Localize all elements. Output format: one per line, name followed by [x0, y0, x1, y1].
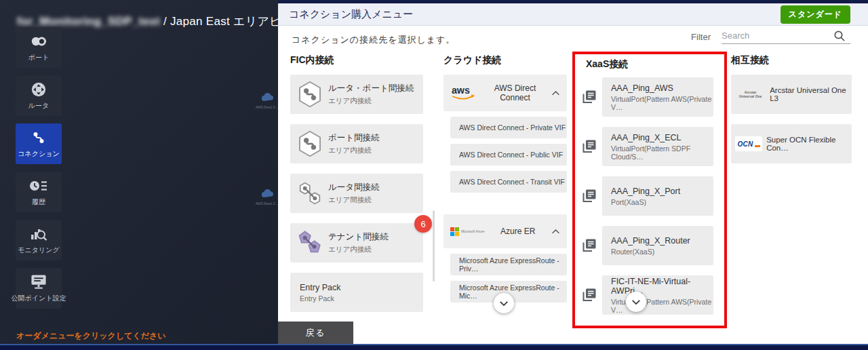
sidebar-item-connection[interactable]: コネクション	[16, 123, 62, 164]
card-title: ポート間接続	[328, 132, 380, 144]
order-menu-notice: オーダメニューをクリックしてください	[16, 330, 166, 342]
card-title: Arcstar Universal One L3	[770, 86, 852, 102]
chevron-up-icon[interactable]	[551, 90, 560, 96]
search-input[interactable]	[722, 31, 833, 41]
scroll-down-button-xaas[interactable]	[626, 292, 646, 312]
card-subtitle: Router(XaaS)	[611, 248, 713, 256]
menu-row-xaas[interactable]: FIC-IT-NE-Mi-Virtual-AWPri… VirtualPort(…	[580, 275, 724, 315]
ocn-logo: OCN	[735, 136, 762, 151]
menu-card-xaas[interactable]: AAA_Ping_AWS VirtualPort(Pattern AWS(Pri…	[602, 77, 713, 117]
group-header-azure-er[interactable]: Microsoft Azure Azure ER	[443, 214, 567, 248]
menu-card-port-port[interactable]: ポート間接続 エリア内接続	[290, 124, 423, 163]
menu-card-aws-transit-vif[interactable]: AWS Direct Connect - Transit VIF	[450, 171, 567, 193]
menu-card-aws-private-vif[interactable]: AWS Direct Connect - Private VIF	[450, 117, 567, 138]
hex-connection-icon	[297, 130, 323, 158]
card-subtitle: エリア内接続	[328, 245, 389, 254]
instruction-text: コネクションの接続先を選択します。	[292, 34, 455, 46]
sidebar: ポート ルータ コネクション 履歴 モニタリング	[16, 27, 62, 309]
sidebar-item-label: コネクション	[9, 149, 68, 159]
card-title: Entry Pack	[300, 283, 340, 292]
card-text: ルータ間接続 エリア間接続	[328, 182, 380, 205]
tenant-icon	[297, 229, 323, 256]
card-subtitle: エリア内接続	[328, 96, 414, 106]
menu-card-aws-public-vif[interactable]: AWS Direct Connect - Public VIF	[450, 144, 567, 166]
menu-row-xaas[interactable]: AAA_Ping_X_Port Port(XaaS)	[580, 176, 724, 216]
menu-card-xaas[interactable]: AAA_Ping_X_Router Router(XaaS)	[602, 226, 713, 265]
sidebar-item-label: 公開ポイント設定	[9, 294, 68, 303]
card-title: テナント間接続	[328, 231, 389, 243]
connection-icon	[31, 130, 47, 146]
menu-card-azure-private[interactable]: Microsoft Azure ExpressRoute - Priv…	[450, 254, 567, 275]
card-subtitle: VirtualPort(Pattern SDPF Cloud/S…	[611, 144, 713, 161]
card-subtitle: エリア間接続	[328, 195, 380, 205]
sidebar-item-public-point[interactable]: 公開ポイント設定	[16, 268, 62, 309]
sidebar-item-label: モニタリング	[9, 246, 68, 255]
sidebar-item-router[interactable]: ルータ	[16, 75, 62, 116]
ocn-logo-accent	[755, 145, 760, 147]
menu-card-router-router[interactable]: ルータ間接続 エリア間接続	[290, 174, 423, 213]
notification-badge: 6	[414, 215, 432, 233]
column-title: XaaS接続	[586, 58, 724, 72]
column-interconnect: 相互接続 Arcstar Universal One Arcstar Unive…	[731, 54, 852, 174]
menu-card-entry-pack[interactable]: Entry Pack Entry Pack	[290, 273, 423, 312]
group-header-aws-direct-connect[interactable]: aws AWS Direct Connect	[443, 75, 567, 111]
chevron-up-icon[interactable]	[551, 229, 560, 234]
menu-row-xaas[interactable]: AAA_Ping_X_ECL VirtualPort(Pattern SDPF …	[580, 127, 724, 166]
column-title: クラウド接続	[443, 54, 567, 68]
menu-card-xaas[interactable]: FIC-IT-NE-Mi-Virtual-AWPri… VirtualPort(…	[602, 275, 713, 315]
sidebar-item-label: ポート	[9, 53, 68, 62]
search-box	[722, 30, 850, 44]
arcstar-logo-line: Universal One	[735, 94, 766, 99]
group-label: AWS Direct Connect	[484, 83, 546, 102]
column-scrollbar[interactable]	[433, 210, 435, 281]
double-hex-icon	[297, 180, 323, 207]
panel-header: コネクション購入メニュー スタンダード	[278, 3, 868, 26]
card-title: AAA_Ping_AWS	[611, 83, 713, 93]
sidebar-item-port[interactable]: ポート	[16, 27, 62, 68]
microsoft-logo-icon	[450, 227, 459, 236]
card-subtitle: VirtualPort(Pattern AWS(Private V…	[611, 95, 713, 111]
card-title: Super OCN Flexible Con…	[766, 136, 852, 152]
app-window: for_Monitoring_SDP_test / Japan East エリア…	[0, 0, 868, 350]
card-title: AAA_Ping_X_ECL	[611, 133, 713, 142]
stacked-docs-icon	[580, 138, 598, 155]
menu-card-xaas[interactable]: AAA_Ping_X_Port Port(XaaS)	[602, 176, 713, 216]
azure-logo: Microsoft Azure	[450, 227, 484, 236]
stacked-docs-icon	[580, 286, 598, 304]
card-subtitle: Port(XaaS)	[611, 198, 713, 206]
purchase-menu-panel: コネクション購入メニュー スタンダード コネクションの接続先を選択します。 Fi…	[278, 0, 868, 344]
column-fic-internal: FIC内接続 ルータ・ポート間接続 エリア内接続 ポート間接続 エリア内接続 ル…	[290, 54, 423, 322]
menu-card-xaas[interactable]: AAA_Ping_X_ECL VirtualPort(Pattern SDPF …	[602, 127, 713, 166]
card-subtitle: Entry Pack	[300, 294, 340, 303]
sidebar-item-label: ルータ	[9, 101, 68, 111]
card-text: ルータ・ポート間接続 エリア内接続	[328, 83, 414, 106]
menu-card-router-port[interactable]: ルータ・ポート間接続 エリア内接続	[290, 75, 423, 114]
stacked-docs-icon	[580, 88, 598, 106]
plan-badge-standard[interactable]: スタンダード	[781, 5, 850, 24]
column-title: FIC内接続	[290, 54, 423, 68]
back-button[interactable]: 戻る	[278, 322, 353, 344]
map-marker-label: AWS Direct C…	[255, 106, 279, 109]
menu-card-super-ocn[interactable]: OCN Super OCN Flexible Con…	[731, 124, 852, 163]
cloud-icon	[260, 92, 274, 102]
card-title: ルータ・ポート間接続	[328, 83, 414, 94]
monitoring-icon	[29, 226, 48, 242]
scroll-down-button-cloud[interactable]	[494, 293, 514, 313]
chevron-down-icon	[631, 299, 641, 305]
sidebar-item-monitoring[interactable]: モニタリング	[16, 220, 62, 260]
menu-card-tenant[interactable]: テナント間接続 エリア内接続	[290, 223, 423, 262]
sidebar-item-label: 履歴	[9, 197, 68, 207]
sidebar-item-history[interactable]: 履歴	[16, 172, 62, 212]
search-icon[interactable]	[833, 30, 845, 41]
menu-row-xaas[interactable]: AAA_Ping_X_Router Router(XaaS)	[580, 226, 724, 265]
ocn-logo-text: OCN	[738, 140, 753, 148]
aws-logo: aws	[450, 83, 479, 102]
tenant-name-obscured: for_Monitoring_SDP_test	[17, 15, 160, 28]
chevron-down-icon	[499, 300, 509, 307]
microsoft-logo-text: Microsoft Azure	[461, 229, 484, 233]
menu-row-xaas[interactable]: AAA_Ping_AWS VirtualPort(Pattern AWS(Pri…	[580, 77, 724, 117]
card-title: FIC-IT-NE-Mi-Virtual-AWPri…	[611, 277, 713, 296]
arcstar-logo: Arcstar Universal One	[735, 90, 766, 99]
menu-card-arcstar[interactable]: Arcstar Universal One Arcstar Universal …	[731, 75, 852, 114]
hex-connection-icon	[297, 80, 323, 109]
